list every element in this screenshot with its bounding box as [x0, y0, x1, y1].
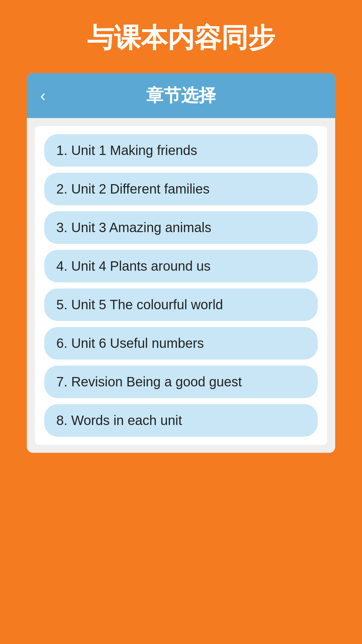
list-item[interactable]: 2. Unit 2 Different families	[44, 173, 318, 205]
chapter-card: ‹ 章节选择 1. Unit 1 Making friends2. Unit 2…	[27, 73, 335, 453]
chapter-list: 1. Unit 1 Making friends2. Unit 2 Differ…	[35, 126, 327, 445]
page-title: 与课本内容同步	[0, 0, 362, 73]
list-item[interactable]: 3. Unit 3 Amazing animals	[44, 211, 318, 244]
back-button[interactable]: ‹	[40, 88, 46, 104]
card-header-title: 章节选择	[146, 84, 216, 107]
list-item[interactable]: 6. Unit 6 Useful numbers	[44, 327, 318, 360]
list-item[interactable]: 7. Revision Being a good guest	[44, 366, 318, 398]
list-item[interactable]: 1. Unit 1 Making friends	[44, 134, 318, 167]
card-header: ‹ 章节选择	[27, 73, 335, 118]
list-item[interactable]: 8. Words in each unit	[44, 404, 318, 437]
list-item[interactable]: 5. Unit 5 The colourful world	[44, 288, 318, 321]
list-item[interactable]: 4. Unit 4 Plants around us	[44, 250, 318, 282]
